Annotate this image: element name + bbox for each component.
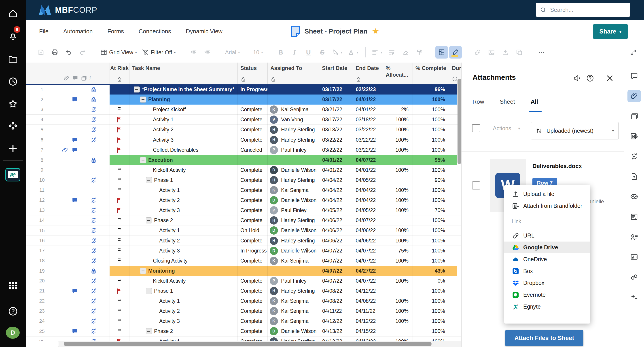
menu-automation[interactable]: Automation xyxy=(63,28,93,35)
percent-complete-cell[interactable]: 100% xyxy=(412,125,449,135)
sidebar-item-solutions[interactable] xyxy=(0,118,26,134)
task-name-cell[interactable]: Activity 1 xyxy=(129,337,238,341)
assigned-to-cell[interactable]: DDanielle Wilson xyxy=(268,246,319,256)
start-date-cell[interactable]: 04/11/22 xyxy=(319,306,353,316)
end-date-cell[interactable]: 04/01/22 xyxy=(353,105,383,114)
at-risk-flag-on[interactable] xyxy=(116,338,123,341)
start-date-cell[interactable]: 04/04/22 xyxy=(319,175,353,185)
right-rail-proofs[interactable] xyxy=(628,110,641,122)
row-lock-icon[interactable] xyxy=(90,157,97,164)
at-risk-flag-off[interactable] xyxy=(116,238,123,244)
megaphone-icon[interactable] xyxy=(573,74,581,82)
percent-allocated-cell[interactable]: 100% xyxy=(383,225,412,236)
end-date-cell[interactable]: 04/11/22 xyxy=(353,306,383,316)
undo-button[interactable] xyxy=(62,46,75,58)
row-number[interactable]: 6 xyxy=(26,135,58,145)
percent-allocated-cell[interactable]: 100% xyxy=(383,236,412,246)
at-risk-flag-off[interactable] xyxy=(116,167,123,174)
end-date-cell[interactable]: 04/13/22 xyxy=(353,337,383,341)
account-avatar[interactable]: D xyxy=(6,327,20,339)
sort-dropdown[interactable]: Uploaded (newest) ▾ xyxy=(531,122,619,139)
at-risk-flag-on[interactable] xyxy=(116,207,123,214)
table-row[interactable]: 7Collect DeliverablesCanceledPPaul Finle… xyxy=(26,145,461,155)
percent-complete-cell[interactable]: 100% xyxy=(412,165,449,175)
row-number[interactable]: 15 xyxy=(26,225,58,236)
task-name-cell[interactable]: Activity 2 xyxy=(129,306,238,316)
tab-row[interactable]: Row xyxy=(472,98,484,112)
at-risk-flag-on[interactable] xyxy=(116,116,123,123)
right-rail-connections[interactable] xyxy=(628,271,641,283)
at-risk-flag-off[interactable] xyxy=(116,106,123,113)
task-name-cell[interactable]: Activity 1 xyxy=(129,115,238,124)
menu-forms[interactable]: Forms xyxy=(107,28,124,35)
attachment-filename[interactable]: Deliverables.docx xyxy=(532,163,582,170)
percent-allocated-cell[interactable]: 100% xyxy=(383,165,412,175)
help-icon[interactable] xyxy=(586,74,594,82)
task-name-cell[interactable]: Activity 2 xyxy=(129,125,238,135)
row-sync-icon[interactable] xyxy=(90,298,97,305)
percent-allocated-cell[interactable]: 100% xyxy=(383,256,412,266)
sidebar-item-app-launcher[interactable] xyxy=(0,278,26,293)
sidebar-item-browse-folder[interactable] xyxy=(0,51,26,67)
status-cell[interactable]: Complete xyxy=(238,175,268,185)
row-number[interactable]: 4 xyxy=(26,115,58,124)
sidebar-item-home[interactable] xyxy=(0,5,26,21)
status-cell[interactable]: Complete xyxy=(238,286,268,296)
start-date-cell[interactable]: 03/22/22 xyxy=(319,135,353,145)
row-number[interactable]: 10 xyxy=(26,175,58,185)
column-header-at-risk[interactable]: At Risk xyxy=(110,62,129,84)
collapse-toggle-icon[interactable] xyxy=(146,177,152,183)
percent-complete-cell[interactable]: 70% xyxy=(412,205,449,215)
start-date-cell[interactable]: 03/18/22 xyxy=(319,125,353,135)
end-date-cell[interactable]: 04/15/22 xyxy=(353,326,383,336)
task-name-cell[interactable]: Phase 2 xyxy=(129,326,238,336)
percent-complete-cell[interactable]: 100% xyxy=(412,195,449,205)
select-all-checkbox[interactable] xyxy=(472,124,480,132)
percent-allocated-cell[interactable]: 100% xyxy=(383,337,412,341)
at-risk-flag-on[interactable] xyxy=(116,197,123,204)
at-risk-flag-off[interactable] xyxy=(116,258,123,264)
status-cell[interactable]: Complete xyxy=(238,215,268,225)
sidebar-item-notifications[interactable]: 9 xyxy=(0,28,26,43)
table-row[interactable]: 16Activity 2CompleteHHarley Sterling04/0… xyxy=(26,236,461,246)
row-sync-icon[interactable] xyxy=(90,308,97,315)
assigned-to-cell[interactable]: KKai Senjima xyxy=(268,316,319,326)
status-cell[interactable]: Complete xyxy=(238,135,268,145)
tab-all[interactable]: All xyxy=(531,98,538,112)
percent-complete-cell[interactable]: 96% xyxy=(412,84,449,94)
status-cell[interactable]: Complete xyxy=(238,256,268,266)
row-lock-icon[interactable] xyxy=(90,86,97,93)
row-number[interactable]: 18 xyxy=(26,256,58,266)
end-date-cell[interactable]: 04/08/22 xyxy=(353,296,383,306)
start-date-cell[interactable]: 03/22/22 xyxy=(319,145,353,155)
column-header-status[interactable]: Status xyxy=(238,62,268,84)
row-lock-icon[interactable] xyxy=(90,268,97,275)
end-date-cell[interactable]: 03/22/22 xyxy=(353,145,383,155)
status-cell[interactable]: Complete xyxy=(238,296,268,306)
row-sync-icon[interactable] xyxy=(90,227,97,234)
percent-allocated-cell[interactable]: 100% xyxy=(383,185,412,195)
task-name-cell[interactable]: Phase 1 xyxy=(129,175,238,185)
start-date-cell[interactable]: 03/17/22 xyxy=(319,94,353,105)
at-risk-flag-off[interactable] xyxy=(116,278,123,285)
start-date-cell[interactable]: 03/17/22 xyxy=(319,115,353,124)
collapse-toggle-icon[interactable] xyxy=(140,96,146,103)
percent-complete-cell[interactable]: 100% xyxy=(412,246,449,256)
sidebar-item-create-plus[interactable] xyxy=(0,141,26,156)
assigned-to-cell[interactable]: DDanielle Wilson xyxy=(268,225,319,236)
assigned-to-cell[interactable]: HHarley Sterling xyxy=(268,236,319,246)
at-risk-flag-off[interactable] xyxy=(116,248,123,254)
menu-item-dropbox[interactable]: Dropbox xyxy=(504,277,590,289)
percent-complete-cell[interactable]: 90% xyxy=(412,175,449,185)
table-row[interactable]: 21Phase 1CompleteHHarley Sterling04/08/2… xyxy=(26,286,461,296)
percent-complete-cell[interactable]: 100% xyxy=(412,225,449,236)
row-number[interactable]: 2 xyxy=(26,94,58,105)
row-sync-icon[interactable] xyxy=(90,126,97,133)
status-cell[interactable]: Complete xyxy=(238,195,268,205)
actions-dropdown[interactable]: Actions xyxy=(493,125,511,132)
filter-button[interactable]: Filter Off▾ xyxy=(140,46,178,58)
collapse-toggle-icon[interactable] xyxy=(146,328,152,334)
attachment-checkbox[interactable] xyxy=(472,181,480,189)
row-number[interactable]: 7 xyxy=(26,145,58,155)
table-row[interactable]: 19Monitoring04/07/2204/27/2243% xyxy=(26,266,461,276)
